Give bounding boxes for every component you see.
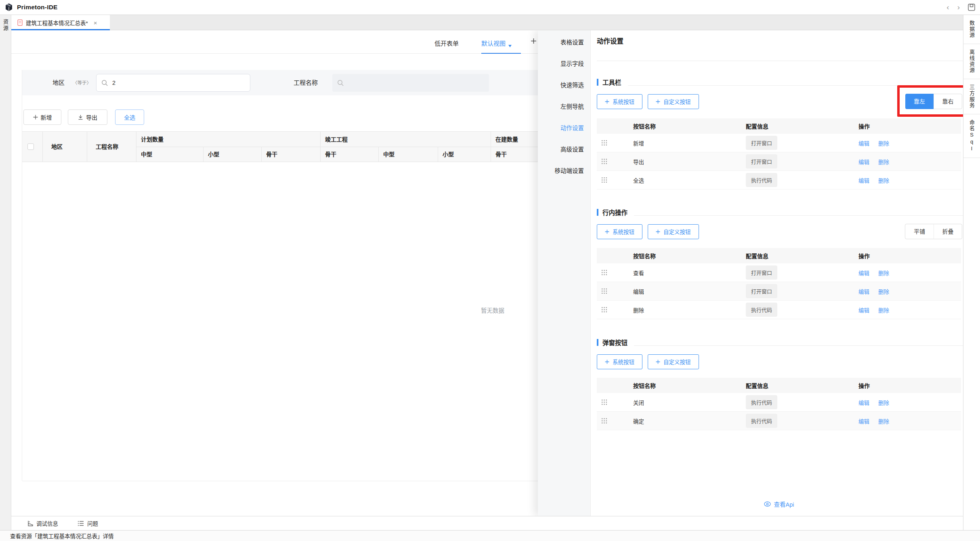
delete-link[interactable]: 删除 xyxy=(878,270,889,276)
add-custom-button[interactable]: 自定义按钮 xyxy=(648,354,699,369)
edit-link[interactable]: 编辑 xyxy=(858,141,869,147)
left-rail: 资源 xyxy=(0,15,11,530)
rail-item-datasource[interactable]: 数据源 xyxy=(963,15,980,44)
debug-icon xyxy=(27,520,34,527)
toolbar-buttons-table: 按钮名称 配置信息 操作 新增 打开窗口 编辑删除 导出 打开窗口 编辑删除 xyxy=(597,118,961,189)
right-rail: 数据源 离线资源 三方服务 命名Sql xyxy=(963,15,980,530)
table-row: 确定 执行代码 编辑删除 xyxy=(597,412,961,430)
drag-handle-icon[interactable] xyxy=(597,140,633,145)
drag-handle-icon[interactable] xyxy=(597,307,633,312)
search-icon xyxy=(337,80,344,86)
table-header-row: 按钮名称 配置信息 操作 xyxy=(597,248,961,263)
delete-link[interactable]: 删除 xyxy=(878,159,889,165)
settings-nav-mobile[interactable]: 移动端设置 xyxy=(538,160,590,182)
col-region: 地区 xyxy=(51,131,63,162)
drag-handle-icon[interactable] xyxy=(597,270,633,275)
view-selector-underline xyxy=(481,53,521,54)
collapse-option[interactable]: 折叠 xyxy=(934,224,962,239)
settings-nav-advanced[interactable]: 高级设置 xyxy=(538,139,590,160)
view-api-link[interactable]: 查看Api xyxy=(764,500,794,508)
edit-link[interactable]: 编辑 xyxy=(858,178,869,184)
table-row: 全选 执行代码 编辑删除 xyxy=(597,171,961,189)
tab-close-icon[interactable]: × xyxy=(94,20,97,26)
project-filter-input[interactable] xyxy=(332,74,489,92)
button-name: 编辑 xyxy=(633,287,746,295)
delete-link[interactable]: 删除 xyxy=(878,400,889,406)
settings-nav-left-nav[interactable]: 左侧导航 xyxy=(538,96,590,118)
list-icon xyxy=(78,520,84,526)
delete-link[interactable]: 删除 xyxy=(878,141,889,147)
save-icon[interactable] xyxy=(967,3,976,12)
header-divider xyxy=(438,147,438,162)
plus-icon xyxy=(531,38,537,44)
project-filter-label: 工程名称 xyxy=(294,70,318,95)
panel-title: 动作设置 xyxy=(597,36,963,46)
grid-select-all-button[interactable]: 全选 xyxy=(115,109,144,125)
align-right-option[interactable]: 靠右 xyxy=(934,94,962,109)
col-project-name: 工程名称 xyxy=(96,131,118,162)
region-filter-input[interactable] xyxy=(96,74,250,92)
edit-link[interactable]: 编辑 xyxy=(858,419,869,425)
grid-export-button[interactable]: 导出 xyxy=(68,109,107,125)
select-all-checkbox[interactable] xyxy=(27,143,34,150)
delete-link[interactable]: 删除 xyxy=(878,307,889,314)
edit-link[interactable]: 编辑 xyxy=(858,159,869,165)
table-row: 删除 执行代码 编辑删除 xyxy=(597,301,961,319)
add-system-button[interactable]: 系统按钮 xyxy=(597,94,642,109)
project-filter-value[interactable] xyxy=(348,80,473,86)
rail-item-offline-resource[interactable]: 离线资源 xyxy=(963,44,980,79)
header-divider xyxy=(87,131,87,162)
button-name: 关闭 xyxy=(633,398,746,406)
plus-icon xyxy=(605,229,609,234)
edit-link[interactable]: 编辑 xyxy=(858,289,869,295)
search-icon xyxy=(101,80,108,86)
rail-item-third-party-service[interactable]: 三方服务 xyxy=(963,79,980,114)
debug-info-button[interactable]: 调试信息 xyxy=(27,519,58,527)
view-selector[interactable]: 默认视图 xyxy=(481,39,512,47)
settings-nav-display-fields[interactable]: 显示字段 xyxy=(538,53,590,75)
edit-link[interactable]: 编辑 xyxy=(858,400,869,406)
drag-handle-icon[interactable] xyxy=(597,177,633,183)
add-custom-button[interactable]: 自定义按钮 xyxy=(648,224,699,239)
delete-link[interactable]: 删除 xyxy=(878,289,889,295)
tab-title: 建筑工程基本情况汇总表* xyxy=(26,19,88,27)
empty-state-text: 暂无数据 xyxy=(481,306,504,314)
drag-handle-icon[interactable] xyxy=(597,418,633,423)
drag-handle-icon[interactable] xyxy=(597,288,633,294)
edit-link[interactable]: 编辑 xyxy=(858,270,869,276)
section-title-rule xyxy=(628,85,963,86)
button-name: 全选 xyxy=(633,176,746,184)
tile-option[interactable]: 平铺 xyxy=(905,224,934,239)
settings-nav-quick-filter[interactable]: 快速筛选 xyxy=(538,75,590,96)
dialog-buttons-table: 按钮名称 配置信息 操作 关闭 执行代码 编辑删除 确定 执行代码 编辑删除 xyxy=(597,378,961,430)
form-mode-tab[interactable]: 低开表单 xyxy=(434,39,459,47)
tab-active-document[interactable]: 建筑工程基本情况汇总表* × xyxy=(11,15,110,30)
drag-handle-icon[interactable] xyxy=(597,159,633,164)
edit-link[interactable]: 编辑 xyxy=(858,307,869,314)
delete-link[interactable]: 删除 xyxy=(878,419,889,425)
region-filter-value[interactable] xyxy=(112,80,235,86)
section-title: 弹窗按钮 xyxy=(602,338,627,347)
add-system-button[interactable]: 系统按钮 xyxy=(597,354,642,369)
title-bar: Primeton-IDE ‹ › xyxy=(0,0,980,15)
add-view-button[interactable] xyxy=(531,36,537,46)
rail-item-named-sql[interactable]: 命名Sql xyxy=(963,114,980,158)
drag-handle-icon[interactable] xyxy=(597,400,633,405)
add-system-button[interactable]: 系统按钮 xyxy=(597,224,642,239)
colgroup-completed-projects: 竣工工程 xyxy=(325,131,348,147)
section-dialog-buttons: 弹窗按钮 系统按钮 自定义按钮 按钮名称 配置信息 操作 xyxy=(597,337,963,430)
delete-link[interactable]: 删除 xyxy=(878,178,889,184)
problems-button[interactable]: 问题 xyxy=(78,519,98,527)
region-filter-operator[interactable]: 〈等于〉 xyxy=(73,70,91,95)
settings-nav-table[interactable]: 表格设置 xyxy=(538,32,590,53)
align-left-option[interactable]: 靠左 xyxy=(905,94,934,109)
section-accent-bar xyxy=(597,339,598,346)
add-custom-button[interactable]: 自定义按钮 xyxy=(648,94,699,109)
history-back-icon[interactable]: ‹ xyxy=(946,3,950,11)
history-forward-icon[interactable]: › xyxy=(957,3,961,11)
header-divider xyxy=(42,131,43,162)
subcol-backbone: 骨干 xyxy=(266,147,277,162)
grid-add-button[interactable]: 新增 xyxy=(23,109,61,125)
left-rail-resources[interactable]: 资源 xyxy=(2,19,9,32)
settings-nav-actions[interactable]: 动作设置 xyxy=(538,118,590,139)
